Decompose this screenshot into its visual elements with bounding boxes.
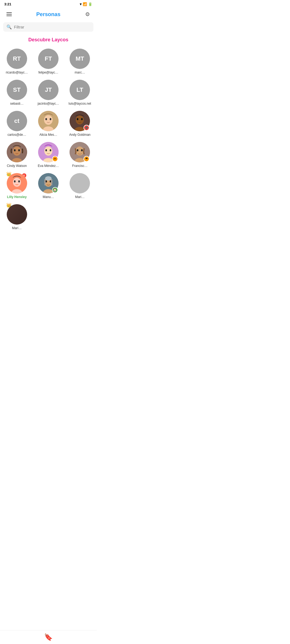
svg-point-8 <box>77 118 78 120</box>
svg-point-11 <box>13 147 21 156</box>
persona-name-jacinto: jacinto@layc… <box>38 102 59 105</box>
avatar-cindy <box>7 142 27 162</box>
persona-name-manu: Manu… <box>43 195 54 199</box>
avatar-marc: MT <box>70 49 90 69</box>
battery-icon: 🔋 <box>88 2 92 6</box>
svg-point-16 <box>44 147 52 156</box>
avatar-wrapper-mari <box>70 173 90 193</box>
persona-item-francisco[interactable]: ☂Francisc… <box>64 139 96 170</box>
badge-eva: ✂ <box>52 156 58 162</box>
persona-name-lilly: Lilly Hensley <box>7 195 27 199</box>
filter-icon: ⚙ <box>85 11 90 17</box>
persona-name-marc: marc… <box>75 71 85 74</box>
svg-point-13 <box>14 149 16 151</box>
svg-point-24 <box>81 149 83 151</box>
filter-button[interactable]: ⚙ <box>83 9 92 19</box>
persona-name-maria2: Marí… <box>12 226 22 230</box>
svg-point-4 <box>50 118 51 120</box>
avatar-mari <box>70 173 90 193</box>
avatar-maria2 <box>7 204 27 225</box>
persona-item-cindy[interactable]: Cindy Watson <box>1 139 32 170</box>
avatar-wrapper-francisco: ☂ <box>70 142 90 162</box>
avatar-felipe: FT <box>38 49 59 69</box>
persona-item-manu[interactable]: 🏠Manu… <box>32 170 64 202</box>
svg-point-25 <box>78 153 81 155</box>
persona-item-felipe[interactable]: FTfelipe@layc… <box>32 46 64 77</box>
persona-name-cindy: Cindy Watson <box>7 164 27 168</box>
svg-point-9 <box>81 118 83 120</box>
persona-name-luis: luis@laycos.net <box>68 102 91 105</box>
badge-manu: 🏠 <box>52 187 58 193</box>
avatar-wrapper-jacinto: JT <box>38 80 59 100</box>
hamburger-icon <box>6 12 12 16</box>
avatar-wrapper-felipe: FT <box>38 49 59 69</box>
svg-point-27 <box>13 178 21 187</box>
avatar-jacinto: JT <box>38 80 59 100</box>
avatar-alicia <box>38 111 59 131</box>
persona-item-ricardo[interactable]: RTricardo@layc… <box>1 46 32 77</box>
section-heading: Descubre Laycos <box>0 35 97 46</box>
svg-point-30 <box>18 180 20 182</box>
persona-item-carlos[interactable]: ctcarlos@de… <box>1 108 32 139</box>
avatar-wrapper-alicia <box>38 111 59 131</box>
persona-item-mari[interactable]: Mari… <box>64 170 96 202</box>
badge-andy: ➕ <box>84 125 89 131</box>
svg-point-1 <box>44 115 53 125</box>
svg-point-14 <box>18 149 20 151</box>
svg-point-29 <box>14 180 16 182</box>
persona-item-maria2[interactable]: 👑Marí… <box>1 202 32 233</box>
avatar-wrapper-luis: LT <box>70 80 90 100</box>
avatar-wrapper-lilly: 👑5 <box>7 173 27 193</box>
persona-item-jacinto[interactable]: JTjacinto@layc… <box>32 77 64 108</box>
persona-name-eva: Eva Méndez… <box>38 164 59 168</box>
status-time: 3:21 <box>4 2 11 6</box>
avatar-wrapper-andy: ➕ <box>70 111 90 131</box>
svg-point-23 <box>77 149 78 151</box>
page-title: Personas <box>14 11 83 17</box>
persona-name-ricardo: ricardo@layc… <box>6 71 28 74</box>
svg-point-3 <box>45 118 47 120</box>
search-bar[interactable]: 🔍 <box>3 22 93 32</box>
header: Personas ⚙ <box>0 7 97 22</box>
svg-point-36 <box>45 176 52 181</box>
svg-point-18 <box>45 149 47 151</box>
avatar-lilly <box>7 173 27 193</box>
status-icons: ▾ 📶 🔋 <box>80 2 92 6</box>
avatar-wrapper-carlos: ct <box>7 111 27 131</box>
persona-name-carlos: carlos@de… <box>8 133 26 137</box>
persona-name-sebastian: sebasti… <box>10 102 24 105</box>
avatar-wrapper-manu: 🏠 <box>38 173 59 193</box>
avatar-wrapper-maria2: 👑 <box>7 204 27 225</box>
status-bar: 3:21 ▾ 📶 🔋 <box>0 0 97 7</box>
signal-icon: 📶 <box>83 2 87 6</box>
persona-name-andy: Andy Goldman <box>69 133 90 137</box>
menu-button[interactable] <box>4 9 14 19</box>
persona-grid: RTricardo@layc…FTfelipe@layc…MTmarc…STse… <box>0 46 97 233</box>
persona-item-eva[interactable]: ✂Eva Méndez… <box>32 139 64 170</box>
avatar-wrapper-eva: ✂ <box>38 142 59 162</box>
wifi-icon: ▾ <box>80 2 82 6</box>
avatar-carlos: ct <box>7 111 27 131</box>
persona-name-francisco: Francisc… <box>72 164 88 168</box>
avatar-wrapper-sebastian: ST <box>7 80 27 100</box>
persona-name-felipe: felipe@layc… <box>38 71 58 74</box>
persona-item-marc[interactable]: MTmarc… <box>64 46 96 77</box>
avatar-wrapper-marc: MT <box>70 49 90 69</box>
persona-name-alicia: Alicia Mes… <box>39 133 57 137</box>
persona-item-lilly[interactable]: 👑5 Lilly Hensley <box>1 170 32 202</box>
badge-francisco: ☂ <box>84 156 89 162</box>
avatar-wrapper-ricardo: RT <box>7 49 27 69</box>
search-input[interactable] <box>14 25 90 29</box>
persona-item-luis[interactable]: LTluis@laycos.net <box>64 77 96 108</box>
avatar-ricardo: RT <box>7 49 27 69</box>
avatar-luis: LT <box>70 80 90 100</box>
avatar-sebastian: ST <box>7 80 27 100</box>
persona-item-alicia[interactable]: Alicia Mes… <box>32 108 64 139</box>
avatar-wrapper-cindy <box>7 142 27 162</box>
svg-point-6 <box>76 115 84 125</box>
persona-name-mari: Mari… <box>75 195 85 199</box>
svg-point-19 <box>50 149 51 151</box>
persona-item-sebastian[interactable]: STsebasti… <box>1 77 32 108</box>
search-icon: 🔍 <box>6 24 12 30</box>
persona-item-andy[interactable]: ➕Andy Goldman <box>64 108 96 139</box>
